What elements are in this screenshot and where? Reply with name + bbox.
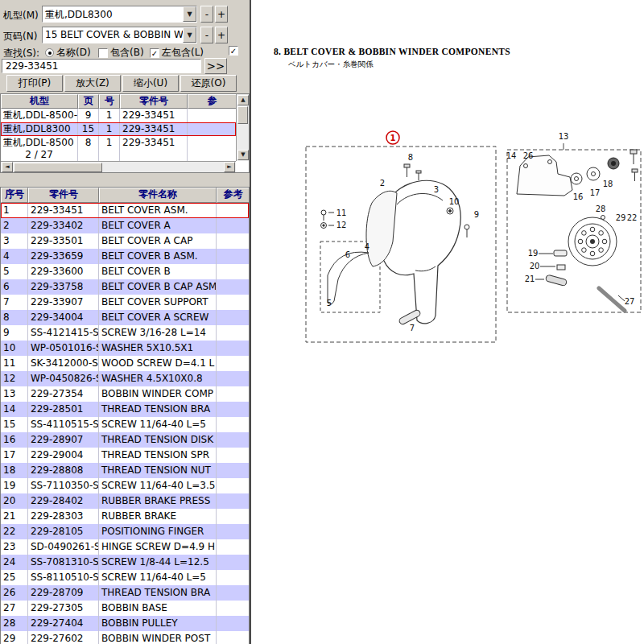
vscrollbar-thumb[interactable] (237, 106, 248, 124)
part-row[interactable]: 18229-28808THREAD TENSION NUT (1, 463, 249, 478)
zoom-in-button[interactable]: 放大(Z) (64, 75, 121, 92)
cell: 15 (1, 417, 28, 432)
model-prev-button[interactable]: - (200, 6, 213, 23)
part-row[interactable]: 20229-28402RUBBER BRAKE PRESS (1, 493, 249, 509)
part-row[interactable]: 28229-27404BOBBIN PULLEY (1, 616, 249, 631)
column-header-page: 页 (78, 94, 99, 109)
cell: 8 (1, 310, 28, 325)
part-row[interactable]: 19SS-7110350-SSCREW 11/64-40 L=3.5 (1, 478, 249, 493)
scroll-up-icon[interactable]: ▲ (237, 95, 249, 105)
part-row[interactable]: 13229-27354BOBBIN WINDER COMP (1, 386, 249, 402)
column-header-part: 零件号 (28, 188, 99, 203)
search-input[interactable] (2, 59, 201, 73)
result-row[interactable]: 重机,DDL-8500-191229-33451 (1, 109, 236, 122)
cell: THREAD TENSION DISK (99, 432, 217, 448)
part-row[interactable]: 5229-33600BELT COVER B (1, 264, 249, 279)
chevron-down-icon[interactable]: ▼ (183, 6, 196, 22)
part-row[interactable]: 4229-33659BELT COVER B ASM. (1, 249, 249, 264)
results-vscrollbar[interactable]: ▲ ▼ (236, 94, 249, 161)
parts-grid-header: 序号 零件号 零件名称 参考 (1, 188, 249, 203)
cell (217, 249, 249, 264)
scroll-left-icon[interactable]: ◄ (2, 162, 13, 172)
cell: 19 (1, 478, 28, 493)
model-combobox[interactable]: 重机,DDL8300 ▼ (42, 6, 197, 23)
cell: SS-4110515-S (28, 417, 99, 432)
name-radio[interactable]: 名称(D) (45, 46, 91, 60)
cell: BELT COVER ASM. (99, 203, 217, 218)
cell: 15 (78, 122, 99, 136)
cell: 229-28907 (28, 432, 99, 448)
part-row[interactable]: 23SD-0490261-SHINGE SCREW D=4.9 H (1, 539, 249, 555)
diagram-callout: 12 (336, 221, 347, 229)
cell (217, 386, 249, 402)
contains-checkbox[interactable]: 包含(B) (98, 46, 144, 60)
results-hscrollbar[interactable]: ◄ ► (1, 161, 236, 172)
cell: 229-33659 (28, 249, 99, 264)
diagram-callout: 28 (596, 204, 606, 213)
cell: 27 (1, 601, 28, 616)
part-row[interactable]: 22229-28105POSITIONING FINGER (1, 524, 249, 539)
page-combobox[interactable]: 15 BELT COVER & BOBBIN WI ▼ (42, 27, 197, 43)
diagram-svg: 1823109111246571314261617182829221920212… (251, 0, 644, 644)
part-row[interactable]: 16229-28907THREAD TENSION DISK (1, 432, 249, 448)
cell (217, 524, 249, 539)
restore-button[interactable]: 还原(O) (180, 75, 237, 92)
scroll-down-icon[interactable]: ▼ (237, 150, 249, 160)
cell (217, 616, 249, 631)
cell: WOOD SCREW D=4.1 L (99, 356, 217, 371)
part-row[interactable]: 26229-28709THREAD TENSION BRA (1, 585, 249, 601)
scroll-right-icon[interactable]: ► (224, 162, 235, 172)
part-row[interactable]: 24SS-7081310-SSCREW 1/8-44 L=12.5 (1, 555, 249, 570)
cell (217, 417, 249, 432)
part-row[interactable]: 27229-27305BOBBIN BASE (1, 601, 249, 616)
page-next-button[interactable]: + (215, 27, 228, 43)
cell: 6 (1, 279, 28, 295)
part-row[interactable]: 17229-29004THREAD TENSION SPR (1, 448, 249, 463)
part-row[interactable]: 3229-33501BELT COVER A CAP (1, 233, 249, 249)
search-go-button[interactable]: >> (204, 58, 227, 74)
cell: 14 (1, 402, 28, 417)
part-row[interactable]: 21229-28303RUBBER BRAKE (1, 509, 249, 524)
results-grid-body: 重机,DDL-8500-191229-33451重机,DDL8300151229… (1, 109, 249, 150)
part-row[interactable]: 2229-33402BELT COVER A (1, 218, 249, 233)
part-row[interactable]: 1229-33451BELT COVER ASM. (1, 203, 249, 218)
cell: 9 (78, 109, 99, 122)
cell: 重机,DDL-8500-1 (1, 109, 78, 122)
part-row[interactable]: 8229-34004BELT COVER A SCREW (1, 310, 249, 325)
part-row[interactable]: 6229-33758BELT COVER B CAP ASM (1, 279, 249, 295)
cell (217, 325, 249, 341)
zoom-out-button[interactable]: 缩小(U) (122, 75, 179, 92)
part-row[interactable]: 7229-33907BELT COVER SUPPORT (1, 295, 249, 310)
chevron-down-icon[interactable]: ▼ (183, 27, 196, 43)
cell: BELT COVER A CAP (99, 233, 217, 249)
cell: POSITIONING FINGER (99, 524, 217, 539)
cell: BELT COVER A SCREW (99, 310, 217, 325)
cell (217, 631, 249, 644)
part-row[interactable]: 15SS-4110515-SSCREW 11/64-40 L=5 (1, 417, 249, 432)
part-row[interactable]: 9SS-4121415-SSCREW 3/16-28 L=14 (1, 325, 249, 341)
cell (217, 203, 249, 218)
part-row[interactable]: 12WP-0450826-SWASHER 4.5X10X0.8 (1, 371, 249, 386)
model-next-button[interactable]: + (215, 6, 228, 23)
print-button[interactable]: 打印(P) (6, 75, 63, 92)
part-row[interactable]: 14229-28501THREAD TENSION BRA (1, 402, 249, 417)
cell (217, 432, 249, 448)
part-row[interactable]: 11SK-3412000-SWOOD SCREW D=4.1 L (1, 356, 249, 371)
hscrollbar-thumb[interactable] (14, 163, 102, 172)
part-row[interactable]: 10WP-0501016-SWASHER 5X10.5X1 (1, 341, 249, 356)
extra-option-checkbox[interactable]: ✓ (229, 46, 238, 56)
left-contains-checkbox[interactable]: ✓ 左包含(L) (150, 46, 204, 60)
parts-grid-body: 1229-33451BELT COVER ASM.2229-33402BELT … (1, 203, 249, 644)
page-prev-button[interactable]: - (200, 27, 213, 43)
cell (217, 539, 249, 555)
part-row[interactable]: 25SS-8110510-SSCREW 11/64-40 L=5 (1, 570, 249, 585)
result-row[interactable]: 重机,DDL8300151229-33451 (1, 122, 236, 136)
cell: 229-34004 (28, 310, 99, 325)
cell: 229-33451 (120, 122, 188, 136)
part-row[interactable]: 29229-27602BOBBIN WINDER POST (1, 631, 249, 644)
cell: 229-33451 (120, 136, 188, 150)
result-row[interactable]: 重机,DDL-850081229-33451 (1, 136, 236, 150)
cell: THREAD TENSION NUT (99, 463, 217, 478)
cell: BOBBIN PULLEY (99, 616, 217, 631)
belt-cover-shape (366, 180, 460, 324)
